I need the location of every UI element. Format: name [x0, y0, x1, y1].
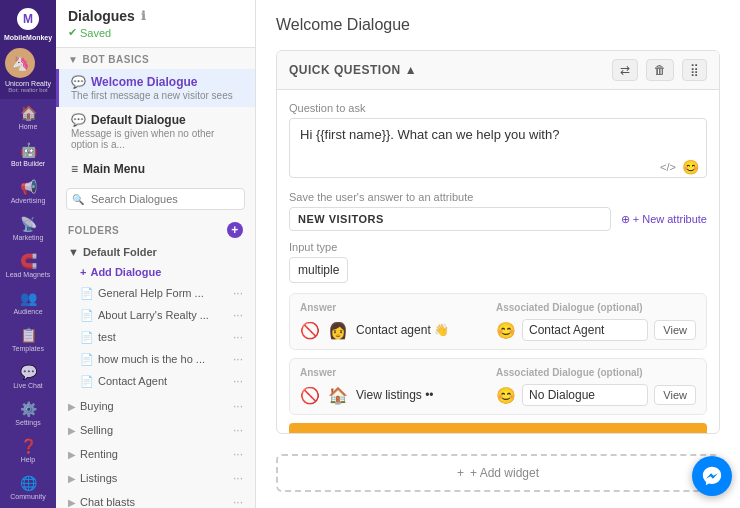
smiley-btn-1[interactable]: 😊: [496, 321, 516, 340]
community-icon: 🌐: [20, 475, 37, 491]
sidebar-item-community[interactable]: 🌐 Community: [0, 469, 56, 506]
share-button[interactable]: ⇄: [612, 59, 638, 81]
nav-label-bot-builder: Bot Builder: [11, 160, 45, 167]
folder-file-contact-agent[interactable]: 📄 Contact Agent ···: [56, 370, 255, 392]
question-input[interactable]: [289, 118, 707, 178]
chat-blasts-dots[interactable]: ···: [233, 495, 243, 508]
main-content: Welcome Dialogue QUICK QUESTION ▲ ⇄ 🗑 ⣿ …: [256, 0, 740, 508]
sidebar-item-lead-magnets[interactable]: 🧲 Lead Magnets: [0, 247, 56, 284]
dots-menu[interactable]: ···: [233, 286, 243, 300]
chevron-right-listings: ▶: [68, 473, 76, 484]
file-icon: 📄: [80, 287, 94, 300]
nav-label-home: Home: [19, 123, 38, 130]
file-icon-5: 📄: [80, 375, 94, 388]
add-widget-button[interactable]: + + Add widget: [276, 454, 720, 492]
nav-label-templates: Templates: [12, 345, 44, 352]
folder-file-general-help[interactable]: 📄 General Help Form ... ···: [56, 282, 255, 304]
sidebar-item-settings[interactable]: ⚙️ Settings: [0, 395, 56, 432]
answer-dialogue-1: 😊 Contact Agent View: [496, 319, 696, 341]
avatar[interactable]: 🦄: [5, 48, 35, 78]
dialogue-item-welcome[interactable]: 💬 Welcome Dialogue The first message a n…: [56, 69, 255, 107]
nav-label-advertising: Advertising: [11, 197, 46, 204]
answer-row-1: Answer Associated Dialogue (optional) 🚫 …: [289, 293, 707, 350]
plus-icon-attr: ⊕: [621, 213, 630, 226]
dialogue-select-1[interactable]: Contact Agent: [522, 319, 648, 341]
add-dialogue-button[interactable]: + Add Dialogue: [56, 262, 255, 282]
dialogue-icon-menu: ≡: [71, 162, 78, 176]
answer-text-1: Contact agent 👋: [356, 323, 488, 337]
search-input[interactable]: [66, 188, 245, 210]
folder-buying[interactable]: ▶ Buying ···: [56, 394, 255, 418]
widget-header: QUICK QUESTION ▲ ⇄ 🗑 ⣿: [277, 51, 719, 90]
brand-logo[interactable]: M: [15, 6, 41, 32]
folder-chat-blasts[interactable]: ▶ Chat blasts ···: [56, 490, 255, 508]
advertising-icon: 📢: [20, 179, 37, 195]
sidebar-item-home[interactable]: 🏠 Home: [0, 99, 56, 136]
answer-delete-icon-2[interactable]: 🚫: [300, 386, 320, 405]
plus-widget-icon: +: [457, 466, 464, 480]
dots-menu-5[interactable]: ···: [233, 374, 243, 388]
buying-folder-label: ▶ Buying: [68, 400, 114, 412]
renting-folder-label: ▶ Renting: [68, 448, 118, 460]
new-attribute-button[interactable]: ⊕ + New attribute: [621, 213, 707, 226]
sidebar-item-templates[interactable]: 📋 Templates: [0, 321, 56, 358]
view-button-2[interactable]: View: [654, 385, 696, 405]
attribute-input[interactable]: [289, 207, 611, 231]
drag-handle-button[interactable]: ⣿: [682, 59, 707, 81]
chevron-up-icon[interactable]: ▲: [405, 63, 417, 77]
add-answer-button[interactable]: + Add answer: [289, 423, 707, 434]
answer-delete-icon-1[interactable]: 🚫: [300, 321, 320, 340]
emoji-icon[interactable]: 😊: [682, 159, 699, 175]
dialogue-title-default: 💬 Default Dialogue: [71, 113, 243, 127]
folder-file-how-much[interactable]: 📄 how much is the ho ... ···: [56, 348, 255, 370]
sidebar-item-advertising[interactable]: 📢 Advertising: [0, 173, 56, 210]
dialogue-item-main-menu[interactable]: ≡ Main Menu: [56, 156, 255, 182]
nav-label-help: Help: [21, 456, 35, 463]
dialogue-select-2[interactable]: No Dialogue: [522, 384, 648, 406]
dialogue-icon: 💬: [71, 75, 86, 89]
folder-renting[interactable]: ▶ Renting ···: [56, 442, 255, 466]
folder-file-about-larrys[interactable]: 📄 About Larry's Realty ... ···: [56, 304, 255, 326]
folder-selling[interactable]: ▶ Selling ···: [56, 418, 255, 442]
folder-file-test[interactable]: 📄 test ···: [56, 326, 255, 348]
delete-button[interactable]: 🗑: [646, 59, 674, 81]
code-icon[interactable]: </>: [660, 161, 676, 173]
dialogue-icon-default: 💬: [71, 113, 86, 127]
renting-dots[interactable]: ···: [233, 447, 243, 461]
sidebar: Dialogues ℹ ✔ Saved ▼ BOT BASICS 💬 Welco…: [56, 0, 256, 508]
dialogue-item-default[interactable]: 💬 Default Dialogue Message is given when…: [56, 107, 255, 156]
live-chat-icon: 💬: [20, 364, 37, 380]
add-folder-button[interactable]: +: [227, 222, 243, 238]
info-icon[interactable]: ℹ: [141, 9, 146, 23]
dots-menu-2[interactable]: ···: [233, 308, 243, 322]
dots-menu-3[interactable]: ···: [233, 330, 243, 344]
file-icon-2: 📄: [80, 309, 94, 322]
view-button-1[interactable]: View: [654, 320, 696, 340]
sidebar-item-live-chat[interactable]: 💬 Live Chat: [0, 358, 56, 395]
dialogue-title-welcome: 💬 Welcome Dialogue: [71, 75, 243, 89]
folder-header-default[interactable]: ▼ Default Folder: [56, 242, 255, 262]
sidebar-item-help[interactable]: ❓ Help: [0, 432, 56, 469]
sidebar-title: Dialogues ℹ: [68, 8, 243, 24]
dots-menu-4[interactable]: ···: [233, 352, 243, 366]
sidebar-item-bot-builder[interactable]: 🤖 Bot Builder: [0, 136, 56, 173]
answer-dialogue-2: 😊 No Dialogue View: [496, 384, 696, 406]
chevron-right-chat-blasts: ▶: [68, 497, 76, 508]
smiley-btn-2[interactable]: 😊: [496, 386, 516, 405]
folder-listings[interactable]: ▶ Listings ···: [56, 466, 255, 490]
account-subtitle: Bot: realtor bot: [5, 87, 51, 93]
answer-content-2: 🚫 🏠 View listings •• 😊 No Dialogue View: [300, 384, 696, 406]
sidebar-item-marketing[interactable]: 📡 Marketing: [0, 210, 56, 247]
selling-dots[interactable]: ···: [233, 423, 243, 437]
sidebar-item-audience[interactable]: 👥 Audience: [0, 284, 56, 321]
buying-dots[interactable]: ···: [233, 399, 243, 413]
messenger-fab[interactable]: [692, 456, 732, 496]
listings-dots[interactable]: ···: [233, 471, 243, 485]
dialogue-title-main-menu: ≡ Main Menu: [71, 162, 243, 176]
folder-caret-down: ▼: [68, 246, 79, 258]
file-icon-3: 📄: [80, 331, 94, 344]
file-icon-4: 📄: [80, 353, 94, 366]
nav-label-lead-magnets: Lead Magnets: [6, 271, 50, 278]
messenger-icon: [701, 465, 723, 487]
chevron-right-renting: ▶: [68, 449, 76, 460]
